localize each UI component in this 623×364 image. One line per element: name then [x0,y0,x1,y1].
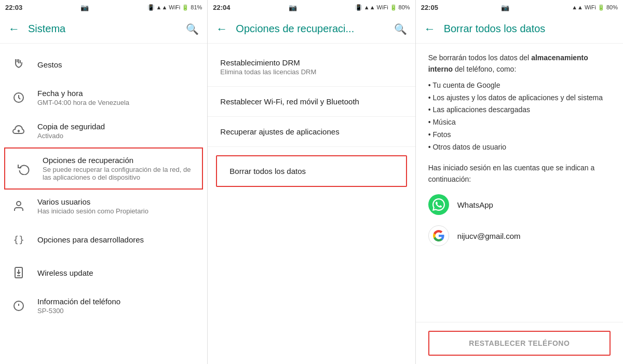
reset-button-row: RESTABLECER TELÉFONO [416,322,623,364]
bullet-list: Tu cuenta de Google Los ajustes y los da… [428,79,611,154]
item-recovery[interactable]: Opciones de recuperación Se puede recupe… [4,147,203,190]
recovery-subtitle: Se puede recuperar la configuración de l… [43,166,194,181]
reset-phone-button[interactable]: RESTABLECER TELÉFONO [428,331,611,356]
item-fecha[interactable]: Fecha y hora GMT-04:00 hora de Venezuela [0,81,207,114]
users-text: Varios usuarios Has iniciado sesión como… [37,197,199,215]
intro-text: Se borrarán todos los datos del almacena… [428,52,611,75]
item-wifi-reset[interactable]: Restablecer Wi-Fi, red móvil y Bluetooth [208,87,415,117]
clock-icon [8,91,29,104]
bullet-6: Otros datos de usuario [428,141,611,154]
item-erase-all[interactable]: Borrar todos los datos [216,155,407,187]
wireless-text: Wireless update [37,268,199,277]
bullet-4: Música [428,116,611,129]
app-settings-title: Recuperar ajustes de aplicaciones [220,127,402,136]
wifi-icon-1: WiFi [169,4,180,10]
item-backup[interactable]: Copia de seguridad Activado [0,114,207,147]
back-button-2[interactable]: ← [216,22,227,36]
fecha-title: Fecha y hora [37,89,199,98]
wifi-reset-title: Restablecer Wi-Fi, red móvil y Bluetooth [220,97,402,106]
status-bar-1: 22:03 📷 📳 ▲▲ WiFi 🔋 81% [0,0,207,15]
wireless-title: Wireless update [37,268,199,277]
users-subtitle: Has iniciado sesión como Propietario [37,207,199,215]
screenshot-icon-1: 📷 [80,4,89,11]
recovery-title: Opciones de recuperación [43,156,194,165]
screen-erase-all: 22:05 📷 ▲▲ WiFi 🔋 80% ← Borrar todos los… [416,0,623,364]
battery-icon-3: 🔋 [598,4,605,11]
wireless-icon [8,266,29,279]
screen3-title: Borrar todos los datos [444,23,615,35]
gestos-title: Gestos [37,60,199,69]
account-whatsapp: WhatsApp [428,189,611,220]
bullet-5: Fotos [428,129,611,141]
phone-info-text: Información del teléfono SP-5300 [37,297,199,315]
info-icon [8,300,29,312]
settings-list-1: Gestos Fecha y hora GMT-04:00 hora de Ve… [0,44,207,364]
google-icon [428,225,449,246]
wifi-icon-3: WiFi [585,4,596,10]
status-bar-2: 22:04 📷 📳 ▲▲ WiFi 🔋 80% [208,0,415,15]
wifi-icon-2: WiFi [377,4,388,10]
accounts-intro: Has iniciado sesión en las cuentas que s… [428,162,611,185]
backup-subtitle: Activado [37,132,199,140]
item-drm[interactable]: Restablecimiento DRM Elimina todas las l… [208,48,415,87]
search-button-2[interactable]: 🔍 [394,23,407,35]
item-users[interactable]: Varios usuarios Has iniciado sesión como… [0,190,207,223]
signal-icon-1: ▲▲ [156,4,168,10]
recovery-icon [13,163,34,175]
bullet-3: Las aplicaciones descargadas [428,104,611,116]
back-button-1[interactable]: ← [8,22,20,36]
item-wireless[interactable]: Wireless update [0,256,207,289]
time-3: 22:05 [421,4,438,11]
battery-pct-3: 80% [606,4,618,10]
screenshot-icon-2: 📷 [289,4,297,11]
top-bar-1: ← Sistema 🔍 [0,15,207,44]
status-icons-1: 📳 ▲▲ WiFi 🔋 81% [147,4,202,11]
item-app-settings[interactable]: Recuperar ajustes de aplicaciones [208,117,415,147]
whatsapp-name: WhatsApp [457,200,493,209]
status-icons-3: ▲▲ WiFi 🔋 80% [572,4,618,11]
developer-icon: {} [8,234,29,245]
panel-content: Se borrarán todos los datos del almacena… [416,44,623,322]
developer-title: Opciones para desarrolladores [37,235,199,244]
screens-container: 22:03 📷 📳 ▲▲ WiFi 🔋 81% ← Sistema 🔍 [0,0,623,364]
screen-recovery-options: 22:04 📷 📳 ▲▲ WiFi 🔋 80% ← Opciones de re… [208,0,415,364]
status-icons-2: 📳 ▲▲ WiFi 🔋 80% [355,4,410,11]
users-title: Varios usuarios [37,197,199,206]
backup-text: Copia de seguridad Activado [37,122,199,140]
vibrate-icon-2: 📳 [355,4,362,11]
erase-all-title: Borrar todos los datos [229,167,393,176]
item-phone-info[interactable]: Información del teléfono SP-5300 [0,289,207,322]
developer-text: Opciones para desarrolladores [37,235,199,244]
recovery-text: Opciones de recuperación Se puede recupe… [43,156,194,181]
phone-info-subtitle: SP-5300 [37,307,199,315]
item-developer[interactable]: {} Opciones para desarrolladores [0,223,207,256]
top-bar-2: ← Opciones de recuperaci... 🔍 [208,15,415,44]
recovery-list: Restablecimiento DRM Elimina todas las l… [208,44,415,364]
back-button-3[interactable]: ← [424,22,436,36]
status-bar-3: 22:05 📷 ▲▲ WiFi 🔋 80% [416,0,623,15]
bullet-2: Los ajustes y los datos de aplicaciones … [428,92,611,104]
time-2: 22:04 [213,4,230,11]
screen2-title: Opciones de recuperaci... [236,23,385,35]
drm-title: Restablecimiento DRM [220,58,402,67]
vibrate-icon: 📳 [147,4,155,11]
item-gestos[interactable]: Gestos [0,48,207,81]
time-1: 22:03 [5,4,22,11]
phone-info-title: Información del teléfono [37,297,199,306]
fecha-text: Fecha y hora GMT-04:00 hora de Venezuela [37,89,199,106]
backup-title: Copia de seguridad [37,122,199,131]
bullet-1: Tu cuenta de Google [428,79,611,92]
svg-point-1 [17,201,21,206]
search-button-1[interactable]: 🔍 [186,23,199,35]
whatsapp-icon [428,194,449,215]
signal-icon-2: ▲▲ [364,4,375,10]
battery-pct-2: 80% [399,4,410,10]
battery-pct-1: 81% [191,4,202,10]
battery-icon-2: 🔋 [390,4,397,11]
fecha-subtitle: GMT-04:00 hora de Venezuela [37,99,199,106]
google-email: nijucv@gmail.com [457,232,521,240]
top-bar-3: ← Borrar todos los datos [416,15,623,44]
screen-sistema: 22:03 📷 📳 ▲▲ WiFi 🔋 81% ← Sistema 🔍 [0,0,208,364]
screenshot-icon-3: 📷 [501,4,509,11]
backup-icon [8,125,29,137]
